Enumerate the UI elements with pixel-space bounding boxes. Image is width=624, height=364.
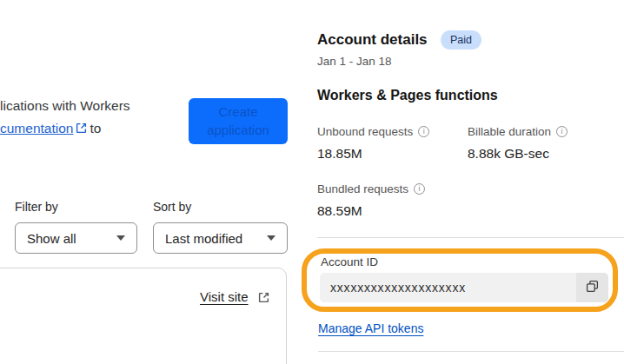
divider xyxy=(317,237,624,238)
metric-value-bundled-requests: 88.59M xyxy=(317,203,362,219)
documentation-link[interactable]: cumentation xyxy=(0,121,73,136)
metric-value-billable-duration: 8.88k GB-sec xyxy=(468,146,549,162)
intro-line1: lications with Workers xyxy=(0,98,130,113)
account-id-label: Account ID xyxy=(321,255,378,268)
create-application-button[interactable]: Create application xyxy=(189,98,288,144)
filter-by-label: Filter by xyxy=(15,200,58,214)
manage-api-tokens-link[interactable]: Manage API tokens xyxy=(318,321,423,335)
metric-value-unbound-requests: 18.85M xyxy=(317,146,362,162)
metric-label-text: Billable duration xyxy=(468,125,551,138)
metric-label-bundled-requests: Bundled requests i xyxy=(317,182,425,195)
filter-dropdown-value: Show all xyxy=(27,231,76,246)
metric-label-text: Unbound requests xyxy=(317,125,413,138)
account-details-title: Account details xyxy=(317,31,428,49)
usage-section-title: Workers & Pages functions xyxy=(317,88,498,103)
sort-dropdown[interactable]: Last modified xyxy=(153,222,288,254)
project-card xyxy=(0,268,287,364)
paid-status-badge: Paid xyxy=(441,30,481,50)
billing-date-range: Jan 1 - Jan 18 xyxy=(317,55,392,68)
info-icon[interactable]: i xyxy=(418,126,429,137)
external-link-icon xyxy=(76,118,87,129)
copy-icon xyxy=(586,280,599,295)
external-link-icon xyxy=(258,291,269,302)
info-icon[interactable]: i xyxy=(414,183,425,195)
visit-site-link[interactable]: Visit site xyxy=(200,289,249,304)
manage-api-tokens: Manage API tokens xyxy=(318,321,423,335)
filter-dropdown[interactable]: Show all xyxy=(15,222,137,254)
sort-dropdown-value: Last modified xyxy=(165,231,242,246)
intro-text: lications with Workers cumentationto xyxy=(0,95,187,140)
sort-by-label: Sort by xyxy=(153,200,191,214)
copy-button[interactable] xyxy=(576,273,608,302)
chevron-down-icon xyxy=(267,235,275,241)
metric-label-billable-duration: Billable duration i xyxy=(468,125,568,138)
metric-label-unbound-requests: Unbound requests i xyxy=(317,125,429,138)
account-id-value: xxxxxxxxxxxxxxxxxxxx xyxy=(320,281,576,295)
account-id-field[interactable]: xxxxxxxxxxxxxxxxxxxx xyxy=(320,273,608,302)
divider xyxy=(318,351,624,352)
metric-label-text: Bundled requests xyxy=(317,182,408,195)
visit-site: Visit site xyxy=(200,289,272,304)
intro-suffix: to xyxy=(90,121,101,136)
info-icon[interactable]: i xyxy=(556,126,568,137)
chevron-down-icon xyxy=(116,235,125,241)
